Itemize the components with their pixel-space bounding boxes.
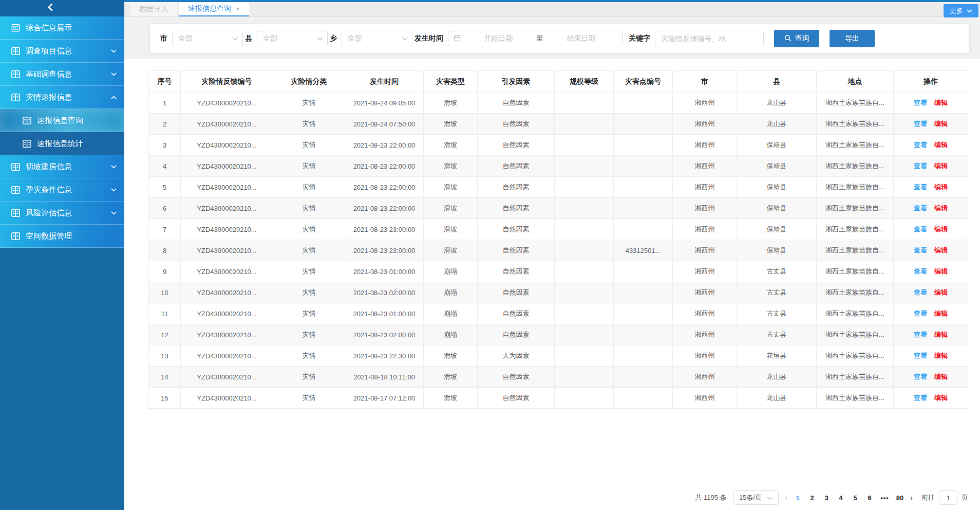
- edit-link[interactable]: 编辑: [934, 352, 948, 359]
- actions-cell: 查看编辑: [894, 388, 968, 409]
- actions-cell: 查看编辑: [894, 156, 968, 177]
- table-cell: 11: [149, 303, 181, 324]
- table-cell: 湘西州: [673, 135, 737, 156]
- edit-link[interactable]: 编辑: [934, 246, 948, 254]
- sidebar-collapse-button[interactable]: [44, 3, 56, 14]
- edit-link[interactable]: 编辑: [934, 225, 948, 233]
- view-link[interactable]: 查看: [914, 162, 927, 170]
- prev-page-button[interactable]: ‹: [785, 494, 788, 502]
- edit-link[interactable]: 编辑: [934, 99, 948, 106]
- edit-link[interactable]: 编辑: [934, 204, 948, 212]
- sidebar-item[interactable]: 空间数据管理: [0, 225, 124, 248]
- tab-active[interactable]: 速报信息查询×: [179, 2, 249, 16]
- edit-link[interactable]: 编辑: [934, 309, 948, 317]
- search-button-label: 查询: [795, 34, 809, 43]
- page-number[interactable]: 6: [866, 494, 873, 502]
- edit-link[interactable]: 编辑: [934, 288, 948, 296]
- close-icon[interactable]: ×: [236, 6, 240, 12]
- date-range-picker[interactable]: 开始日期 至 结束日期: [448, 31, 623, 46]
- goto-page-input[interactable]: [939, 490, 957, 505]
- sidebar-subitem[interactable]: 速报信息查询: [0, 109, 124, 132]
- table-row: 14YZD43000020210...灾情2021-08-18 10:11:00…: [149, 367, 968, 388]
- column-header: 发生时间: [345, 71, 424, 93]
- actions-cell: 查看编辑: [894, 219, 968, 240]
- keyword-input[interactable]: [655, 31, 764, 46]
- sidebar-header: [0, 0, 124, 16]
- table-cell: [555, 303, 614, 324]
- next-page-button[interactable]: ›: [910, 494, 913, 502]
- view-link[interactable]: 查看: [914, 394, 927, 402]
- sidebar-item[interactable]: 风险评估信息: [0, 202, 124, 225]
- page-number[interactable]: 80: [896, 494, 903, 502]
- sidebar-item[interactable]: 孕灾条件信息: [0, 178, 124, 202]
- county-select[interactable]: 全部: [257, 31, 328, 46]
- view-link[interactable]: 查看: [914, 225, 927, 233]
- page-size-select[interactable]: 15条/页: [733, 490, 779, 505]
- view-link[interactable]: 查看: [914, 309, 927, 317]
- sidebar-subitem[interactable]: 速报信息统计: [0, 132, 124, 155]
- page-number[interactable]: 5: [852, 494, 859, 502]
- sidebar-item[interactable]: 基础调查信息: [0, 63, 124, 86]
- sidebar-item[interactable]: 综合信息展示: [0, 16, 124, 40]
- table-cell: 滑坡: [424, 240, 478, 261]
- app-root: 综合信息展示调查项目信息基础调查信息灾情速报信息速报信息查询速报信息统计切坡建房…: [0, 0, 980, 510]
- view-link[interactable]: 查看: [914, 204, 927, 212]
- page-number[interactable]: 4: [837, 494, 844, 502]
- page-number-active[interactable]: 1: [794, 494, 801, 502]
- page-number[interactable]: 2: [808, 494, 816, 502]
- view-link[interactable]: 查看: [914, 288, 927, 296]
- table-row: 15YZD43000020210...灾情2021-08-17 07:12:00…: [149, 388, 968, 409]
- main-area: 数据导入速报信息查询× 更多 市 全部 县 全部: [124, 0, 980, 510]
- view-link[interactable]: 查看: [914, 99, 927, 106]
- edit-link[interactable]: 编辑: [934, 183, 948, 191]
- tab-inactive[interactable]: 数据导入: [130, 2, 177, 16]
- edit-link[interactable]: 编辑: [934, 373, 948, 380]
- chevron-down-icon: [110, 71, 117, 78]
- view-link[interactable]: 查看: [914, 183, 927, 191]
- view-link[interactable]: 查看: [914, 141, 927, 149]
- edit-link[interactable]: 编辑: [934, 120, 948, 128]
- actions-cell: 查看编辑: [894, 93, 968, 114]
- table-cell: [555, 177, 614, 198]
- end-date-placeholder[interactable]: 结束日期: [545, 34, 617, 43]
- sidebar-item[interactable]: 切坡建房信息: [0, 155, 124, 178]
- table-row: 11YZD43000020210...灾情2021-08-23 01:00:00…: [149, 303, 968, 324]
- view-link[interactable]: 查看: [914, 120, 927, 128]
- table-cell: 龙山县: [737, 114, 817, 135]
- edit-link[interactable]: 编辑: [934, 162, 948, 170]
- table-cell: [555, 240, 614, 261]
- view-link[interactable]: 查看: [914, 246, 927, 254]
- table-cell: 12: [149, 324, 181, 345]
- view-link[interactable]: 查看: [914, 352, 927, 359]
- view-link[interactable]: 查看: [914, 331, 927, 338]
- sidebar-item[interactable]: 灾情速报信息: [0, 86, 124, 109]
- actions-cell: 查看编辑: [894, 345, 968, 367]
- table-icon: [10, 185, 21, 195]
- search-button[interactable]: 查询: [774, 30, 819, 47]
- tab-label: 数据导入: [139, 5, 168, 14]
- table-cell: 灾情: [273, 114, 345, 135]
- township-select[interactable]: 全部: [342, 31, 412, 46]
- page-number[interactable]: 3: [823, 494, 830, 502]
- sidebar-item-label: 综合信息展示: [26, 23, 72, 33]
- edit-link[interactable]: 编辑: [934, 267, 948, 275]
- sidebar-item-label: 灾情速报信息: [26, 93, 72, 102]
- view-link[interactable]: 查看: [914, 267, 927, 275]
- export-button[interactable]: 导出: [830, 30, 875, 47]
- edit-link[interactable]: 编辑: [934, 141, 948, 149]
- goto-label: 前往: [921, 493, 935, 502]
- city-select[interactable]: 全部: [172, 31, 243, 46]
- table-cell: 龙山县: [737, 93, 817, 114]
- table-cell: 自然因素: [478, 303, 555, 324]
- table-cell: [614, 114, 673, 135]
- edit-link[interactable]: 编辑: [934, 394, 948, 402]
- column-header: 规模等级: [555, 71, 614, 93]
- more-pages-ellipsis[interactable]: •••: [880, 494, 889, 502]
- more-button[interactable]: 更多: [944, 4, 978, 17]
- view-link[interactable]: 查看: [914, 373, 927, 380]
- table-cell: 湘西州: [673, 177, 737, 198]
- start-date-placeholder[interactable]: 开始日期: [463, 34, 534, 43]
- sidebar-item[interactable]: 调查项目信息: [0, 40, 124, 63]
- edit-link[interactable]: 编辑: [934, 331, 948, 338]
- actions-cell: 查看编辑: [894, 303, 968, 324]
